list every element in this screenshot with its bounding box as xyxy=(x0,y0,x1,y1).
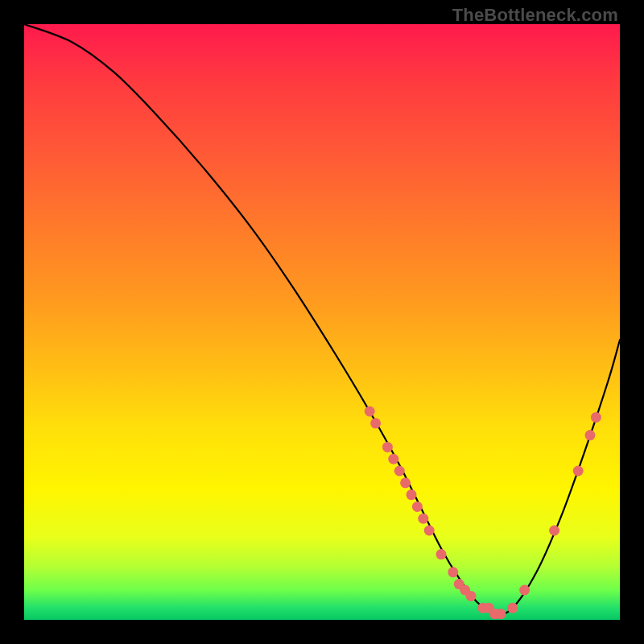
data-point xyxy=(400,477,411,488)
data-point xyxy=(519,585,530,596)
data-point xyxy=(436,549,447,559)
plot-area xyxy=(24,24,620,620)
data-point xyxy=(418,514,428,524)
chart-svg xyxy=(24,24,620,620)
chart-frame: TheBottleneck.com xyxy=(0,0,644,644)
data-point xyxy=(573,466,584,477)
data-point xyxy=(382,442,393,452)
data-point xyxy=(365,407,375,417)
data-point xyxy=(466,591,477,601)
data-point xyxy=(394,466,405,477)
data-point xyxy=(370,418,381,428)
data-point xyxy=(585,430,596,440)
curve-markers xyxy=(365,407,601,620)
data-point xyxy=(496,609,506,619)
watermark-text: TheBottleneck.com xyxy=(452,5,618,26)
data-point xyxy=(412,502,423,512)
data-point xyxy=(549,526,559,536)
data-point xyxy=(424,526,435,536)
data-point xyxy=(591,412,601,423)
data-point xyxy=(507,603,518,613)
curve-line xyxy=(24,24,620,614)
data-point xyxy=(407,489,417,500)
data-point xyxy=(448,567,458,577)
data-point xyxy=(388,454,398,464)
